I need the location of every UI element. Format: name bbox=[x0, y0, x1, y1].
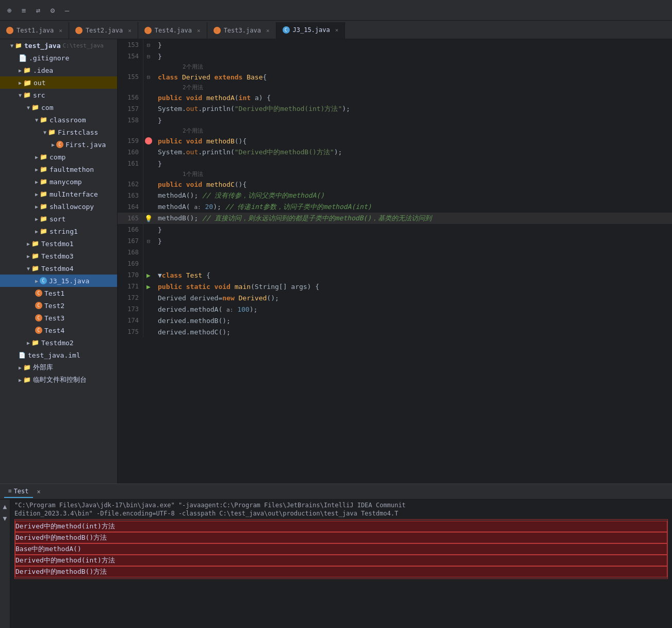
sidebar-label-test1-file: Test1 bbox=[44, 289, 64, 297]
tab-test-run[interactable]: ≡ Test bbox=[4, 486, 33, 498]
sidebar-label-test4-file: Test4 bbox=[44, 327, 64, 334]
tab-close-j3-15[interactable]: × bbox=[335, 27, 339, 34]
gutter-159[interactable] bbox=[143, 135, 154, 147]
tab-test2[interactable]: C Test2.java × bbox=[69, 22, 138, 39]
sidebar-root[interactable]: ▼ 📁 test_java C:\test_java bbox=[0, 39, 117, 52]
sidebar-item-test2-file[interactable]: C Test2 bbox=[0, 299, 117, 312]
line-num-162: 162 bbox=[118, 179, 143, 190]
line-content-154: } bbox=[154, 51, 672, 62]
sidebar-label-mulinterface: mulInterface bbox=[50, 190, 98, 198]
gutter-162 bbox=[143, 179, 154, 190]
tab-label-test4: Test4.java bbox=[155, 27, 192, 34]
arrow-icon-testdmo3: ▶ bbox=[27, 253, 30, 259]
gutter-155[interactable]: ⊟ bbox=[143, 71, 154, 83]
sidebar-item-src[interactable]: ▼ 📁 src bbox=[0, 89, 117, 101]
gutter-157 bbox=[143, 103, 154, 115]
tab-j3-15[interactable]: C J3_15.java × bbox=[276, 22, 346, 39]
sidebar-item-out[interactable]: ▶ 📁 out bbox=[0, 76, 117, 89]
sidebar-item-classroom[interactable]: ▼ 📁 classroom bbox=[0, 114, 117, 126]
folder-icon-testdmo2: 📁 bbox=[31, 339, 39, 346]
gutter-171[interactable]: ▶ bbox=[143, 281, 154, 292]
gutter-163 bbox=[143, 190, 154, 201]
sidebar-item-shallowcopy[interactable]: ▶ 📁 shallowcopy bbox=[0, 200, 117, 213]
sidebar-item-sort[interactable]: ▶ 📁 sort bbox=[0, 213, 117, 225]
sidebar-item-manycomp[interactable]: ▶ 📁 manycomp bbox=[0, 175, 117, 188]
folder-icon-temp: 📁 bbox=[23, 376, 31, 383]
target-icon[interactable]: ⊕ bbox=[4, 5, 14, 15]
tab-test3[interactable]: C Test3.java × bbox=[207, 22, 276, 39]
sidebar-label-first-java: First.java bbox=[65, 141, 106, 149]
tab-test4[interactable]: C Test4.java × bbox=[138, 22, 207, 39]
line-content-171: public static void main(String[] args) { bbox=[154, 281, 672, 292]
sidebar-item-comp[interactable]: ▶ 📁 comp bbox=[0, 151, 117, 163]
sidebar-item-gitignore[interactable]: 📄 .gitignore bbox=[0, 52, 117, 64]
settings-icon[interactable]: ⚙ bbox=[47, 5, 58, 15]
sidebar-item-com[interactable]: ▼ 📁 com bbox=[0, 101, 117, 114]
root-path: C:\test_java bbox=[62, 42, 103, 49]
sidebar-item-test3-file[interactable]: C Test3 bbox=[0, 312, 117, 324]
code-line-162: 162 public void methodC(){ bbox=[118, 179, 672, 190]
line-num-172: 172 bbox=[118, 292, 143, 303]
bulb-icon-165[interactable]: 💡 bbox=[144, 215, 153, 222]
line-num-168: 168 bbox=[118, 247, 143, 258]
collapse-icon[interactable]: ⇄ bbox=[33, 5, 43, 15]
line-num-155: 155 bbox=[118, 71, 143, 83]
line-content-162: public void methodC(){ bbox=[154, 179, 672, 190]
sidebar-item-test4-file[interactable]: C Test4 bbox=[0, 324, 117, 336]
code-editor[interactable]: 153 ⊟ } 154 ⊟ } 2个用法 155 ⊟ cl bbox=[118, 39, 672, 484]
java-icon-test2: C bbox=[35, 302, 42, 309]
gutter-170[interactable]: ▶ bbox=[143, 269, 154, 281]
sidebar-label-sort: sort bbox=[50, 215, 65, 223]
output-line-1: Derived中的method(int)方法 bbox=[15, 521, 667, 532]
line-content-167: } bbox=[154, 235, 672, 247]
run-icon-171[interactable]: ▶ bbox=[146, 283, 151, 291]
tab-close-test1[interactable]: × bbox=[59, 27, 62, 34]
hint-content-3: 2个用法 bbox=[154, 126, 672, 135]
line-content-170: ▼class Test { bbox=[154, 269, 672, 281]
sidebar-item-test1-file[interactable]: C Test1 bbox=[0, 287, 117, 299]
sidebar-item-string1[interactable]: ▶ 📁 string1 bbox=[0, 225, 117, 237]
arrow-icon-src: ▼ bbox=[19, 92, 22, 98]
java-icon-test1: C bbox=[35, 289, 42, 297]
sidebar-item-testdmo3[interactable]: ▶ 📁 Testdmo3 bbox=[0, 250, 117, 262]
sidebar-item-firstclass[interactable]: ▼ 📁 Firstclass bbox=[0, 126, 117, 138]
line-num-171: 171 bbox=[118, 281, 143, 292]
close-bottom-tab[interactable]: × bbox=[37, 488, 41, 495]
sidebar-label-src: src bbox=[33, 91, 45, 99]
gutter-154[interactable]: ⊟ bbox=[143, 51, 154, 62]
gutter-165[interactable]: 💡 bbox=[143, 213, 154, 224]
tab-icon-test4: C bbox=[144, 27, 152, 34]
sidebar-item-j3-15[interactable]: ▶ C J3_15.java bbox=[0, 275, 117, 287]
sidebar-item-testdmo4[interactable]: ▼ 📁 Testdmo4 bbox=[0, 262, 117, 275]
scroll-up-icon[interactable]: ▲ bbox=[2, 502, 8, 511]
tab-close-test2[interactable]: × bbox=[128, 27, 132, 34]
tab-close-test3[interactable]: × bbox=[266, 27, 270, 34]
console-output[interactable]: "C:\Program Files\Java\jdk-17\bin\java.e… bbox=[10, 500, 672, 628]
sidebar-item-testdmo2[interactable]: ▶ 📁 Testdmo2 bbox=[0, 336, 117, 349]
sidebar-item-external-lib[interactable]: ▶ 📁 外部库 bbox=[0, 361, 117, 374]
minimize-icon[interactable]: — bbox=[62, 5, 72, 15]
breakpoint-159[interactable] bbox=[145, 137, 152, 144]
scroll-down-icon[interactable]: ▼ bbox=[2, 513, 8, 523]
gutter-167[interactable]: ⊟ bbox=[143, 235, 154, 247]
folder-icon-com: 📁 bbox=[31, 104, 39, 111]
tab-close-test4[interactable]: × bbox=[197, 27, 201, 34]
gutter-153[interactable]: ⊟ bbox=[143, 39, 154, 51]
sidebar-item-testdmo1[interactable]: ▶ 📁 Testdmo1 bbox=[0, 237, 117, 250]
arrow-icon: ▼ bbox=[10, 43, 13, 49]
iml-icon: 📄 bbox=[19, 352, 26, 359]
line-content-175: derived.methodC(); bbox=[154, 326, 672, 337]
run-icon-170[interactable]: ▶ bbox=[146, 271, 151, 279]
gutter-hint4 bbox=[143, 169, 154, 179]
sidebar-item-iml[interactable]: 📄 test_java.iml bbox=[0, 349, 117, 361]
sidebar-item-first-java[interactable]: ▶ C First.java bbox=[0, 138, 117, 151]
sidebar-item-idea[interactable]: ▶ 📁 .idea bbox=[0, 64, 117, 76]
tab-test1[interactable]: C Test1.java × bbox=[0, 22, 69, 39]
code-line-168: 168 bbox=[118, 247, 672, 258]
sidebar-item-mulinterface[interactable]: ▶ 📁 mulInterface bbox=[0, 188, 117, 200]
folder-icon-src: 📁 bbox=[23, 91, 31, 99]
sidebar-item-faultmethon[interactable]: ▶ 📁 faultmethon bbox=[0, 163, 117, 175]
list-icon[interactable]: ≡ bbox=[19, 5, 29, 15]
line-content-156: public void methodA(int a) { bbox=[154, 92, 672, 103]
sidebar-item-temp[interactable]: ▶ 📁 临时文件和控制台 bbox=[0, 374, 117, 386]
